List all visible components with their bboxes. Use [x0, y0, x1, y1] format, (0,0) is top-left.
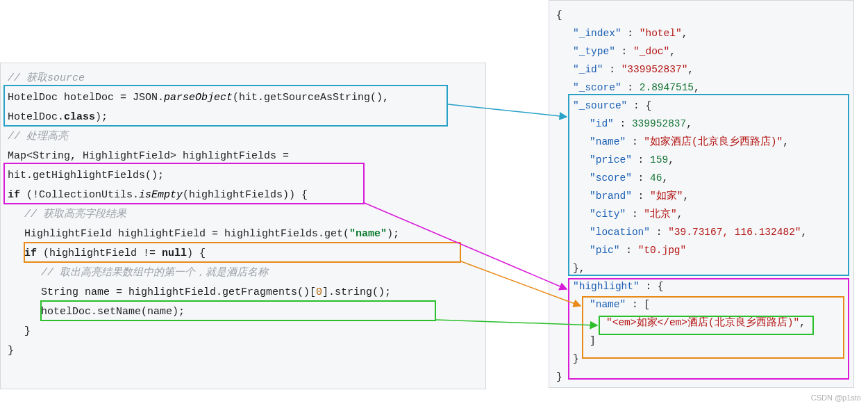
code-text: String name = highlightField.getFragment…: [41, 286, 316, 298]
code-text: (highlightFields)) {: [183, 189, 308, 201]
json-key: "name": [590, 136, 626, 147]
comment-get-field: // 获取高亮字段结果: [24, 209, 126, 220]
code-text: (hit.getSourceAsString(),: [233, 92, 389, 104]
json-text: : [: [626, 299, 650, 310]
code-text: HotelDoc.: [8, 111, 64, 123]
code-text: hotelDoc.setName(name);: [41, 306, 185, 318]
json-value: 339952837: [632, 118, 686, 129]
code-text: Map<String, HighlightField> highlightFie…: [8, 150, 289, 162]
code-text: if: [8, 189, 20, 201]
json-key: "_id": [573, 64, 603, 75]
json-value: "北京": [644, 209, 676, 220]
json-key: "_index": [573, 28, 621, 39]
json-text: {: [556, 10, 562, 21]
code-text: parseObject: [164, 92, 233, 104]
json-key: "id": [590, 118, 614, 129]
code-text: );: [95, 111, 108, 123]
code-text: class: [64, 111, 95, 123]
code-text: hit.getHighlightFields();: [8, 170, 164, 181]
json-key: "brand": [590, 190, 632, 202]
json-key: "highlight": [573, 281, 640, 292]
code-text: (highlightField !=: [37, 247, 162, 259]
code-text: ) {: [187, 247, 206, 259]
comment-first-fragment: // 取出高亮结果数组中的第一个，就是酒店名称: [41, 267, 268, 279]
code-text: HighlightField highlightField = highligh…: [24, 228, 349, 240]
json-key: "pic": [590, 245, 620, 256]
code-text: "name": [349, 228, 387, 240]
json-value: "hotel": [640, 28, 682, 39]
json-value: "_doc": [633, 46, 669, 57]
code-text: isEmpty: [139, 189, 183, 201]
json-response-panel: { "_index" : "hotel", "_type" : "_doc", …: [549, 0, 854, 388]
json-value: "339952837": [621, 64, 688, 75]
code-text: null: [162, 247, 187, 259]
code-text: HotelDoc hotelDoc = JSON.: [8, 92, 164, 104]
json-text: ]: [590, 335, 596, 346]
code-text: if: [24, 247, 37, 259]
code-text: (!CollectionUtils.: [20, 189, 139, 201]
json-value: "39.73167, 116.132482": [668, 227, 801, 238]
json-value: 159: [650, 154, 668, 165]
code-text: }: [8, 345, 14, 357]
json-text: : {: [627, 100, 651, 111]
code-text: ].string();: [322, 286, 391, 298]
code-text: );: [387, 228, 399, 240]
json-key: "name": [590, 299, 626, 310]
json-value: 2.8947515: [640, 82, 694, 93]
json-key: "city": [590, 209, 626, 220]
json-key: "_score": [573, 82, 621, 93]
watermark: CSDN @p1sto: [811, 393, 861, 402]
json-key: "score": [590, 172, 632, 184]
json-text: }: [556, 371, 562, 382]
json-value: "如家酒店(北京良乡西路店)": [644, 136, 783, 147]
json-text: : {: [640, 281, 664, 292]
json-key: "location": [590, 227, 650, 238]
json-value: "如家": [650, 190, 683, 202]
java-code-panel: // 获取source HotelDoc hotelDoc = JSON.par…: [0, 63, 486, 389]
json-text: }: [573, 353, 579, 364]
comment-get-source: // 获取source: [8, 72, 85, 84]
code-text: 0: [316, 286, 322, 298]
json-value: "t0.jpg": [638, 245, 687, 256]
comment-handle-highlight: // 处理高亮: [8, 131, 68, 143]
json-key: "_source": [573, 100, 627, 111]
json-text: },: [573, 263, 585, 274]
json-value: "<em>如家</em>酒店(北京良乡西路店)": [606, 317, 799, 328]
json-key: "price": [590, 154, 632, 165]
json-value: 46: [650, 172, 662, 184]
code-text: }: [24, 325, 31, 337]
json-key: "_type": [573, 46, 615, 57]
